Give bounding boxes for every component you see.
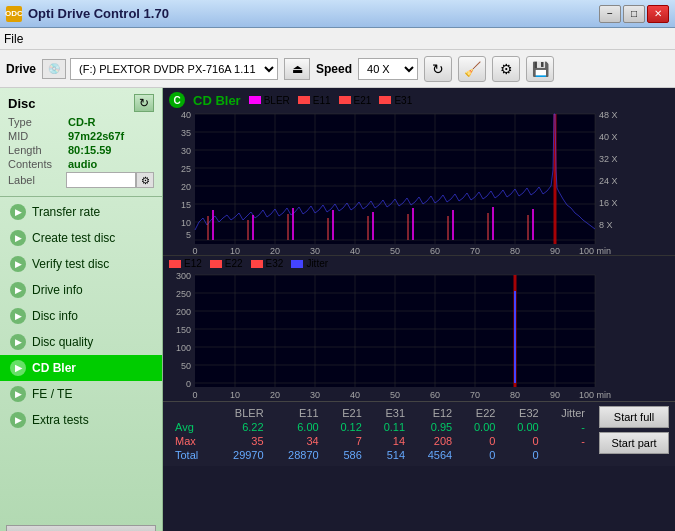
app-icon: ODC (6, 6, 22, 22)
svg-text:100 min: 100 min (579, 390, 611, 400)
drive-label: Drive (6, 62, 36, 76)
legend-e22: E22 (210, 258, 243, 269)
svg-text:50: 50 (390, 246, 400, 255)
disc-label-label: Label (8, 174, 66, 186)
svg-text:80: 80 (510, 390, 520, 400)
max-e32: 0 (501, 434, 544, 448)
verify-test-disc-icon: ▶ (10, 256, 26, 272)
legend-e11: E11 (298, 95, 331, 106)
fe-te-label: FE / TE (32, 387, 72, 401)
speed-select[interactable]: 40 X (358, 58, 418, 80)
maximize-button[interactable]: □ (623, 5, 645, 23)
svg-text:5: 5 (186, 230, 191, 240)
svg-text:15: 15 (181, 200, 191, 210)
svg-text:50: 50 (181, 361, 191, 371)
svg-text:10: 10 (230, 246, 240, 255)
total-e32: 0 (501, 448, 544, 462)
disc-refresh-button[interactable]: ↻ (134, 94, 154, 112)
svg-text:250: 250 (176, 289, 191, 299)
avg-e21: 0.12 (325, 420, 368, 434)
max-e31: 14 (368, 434, 411, 448)
e31-label: E31 (394, 95, 412, 106)
label-icon-button[interactable]: ⚙ (136, 172, 154, 188)
sidebar-item-extra-tests[interactable]: ▶ Extra tests (0, 407, 162, 433)
stats-content: BLER E11 E21 E31 E12 E22 E32 Jitter (169, 406, 591, 462)
svg-text:70: 70 (470, 390, 480, 400)
col-header-e12: E12 (411, 406, 458, 420)
disc-info-icon: ▶ (10, 308, 26, 324)
avg-jitter: - (545, 420, 591, 434)
sidebar-item-verify-test-disc[interactable]: ▶ Verify test disc (0, 251, 162, 277)
sidebar-item-disc-info[interactable]: ▶ Disc info (0, 303, 162, 329)
svg-text:25: 25 (181, 164, 191, 174)
length-value: 80:15.59 (68, 144, 111, 156)
svg-text:70: 70 (470, 246, 480, 255)
e22-label: E22 (225, 258, 243, 269)
drive-select[interactable]: (F:) PLEXTOR DVDR PX-716A 1.11 (70, 58, 278, 80)
svg-text:60: 60 (430, 246, 440, 255)
svg-text:16 X: 16 X (599, 198, 618, 208)
start-full-button[interactable]: Start full (599, 406, 669, 428)
stats-header-row: BLER E11 E21 E31 E12 E22 E32 Jitter (169, 406, 591, 420)
svg-text:40 X: 40 X (599, 132, 618, 142)
legend-jitter: Jitter (291, 258, 328, 269)
sidebar-item-transfer-rate[interactable]: ▶ Transfer rate (0, 199, 162, 225)
svg-text:32 X: 32 X (599, 154, 618, 164)
svg-text:150: 150 (176, 325, 191, 335)
sidebar-item-fe-te[interactable]: ▶ FE / TE (0, 381, 162, 407)
chart1-header: C CD Bler BLER E11 E21 E31 (163, 88, 675, 110)
avg-e22: 0.00 (458, 420, 501, 434)
chart1-area: 40 35 30 25 20 15 10 5 48 X 40 X 32 X 24… (163, 110, 675, 255)
drive-select-group: 💿 (F:) PLEXTOR DVDR PX-716A 1.11 (42, 58, 278, 80)
sidebar-item-disc-quality[interactable]: ▶ Disc quality (0, 329, 162, 355)
legend-bler: BLER (249, 95, 290, 106)
e21-label: E21 (354, 95, 372, 106)
e22-color (210, 260, 222, 268)
max-e21: 7 (325, 434, 368, 448)
disc-label-input[interactable] (66, 172, 136, 188)
svg-text:0: 0 (192, 390, 197, 400)
type-label: Type (8, 116, 68, 128)
svg-text:20: 20 (270, 246, 280, 255)
sidebar-nav: ▶ Transfer rate ▶ Create test disc ▶ Ver… (0, 197, 162, 521)
fe-te-icon: ▶ (10, 386, 26, 402)
max-e11: 34 (270, 434, 325, 448)
total-bler: 29970 (215, 448, 270, 462)
contents-label: Contents (8, 158, 68, 170)
refresh-button[interactable]: ↻ (424, 56, 452, 82)
total-e31: 514 (368, 448, 411, 462)
e31-color (379, 96, 391, 104)
avg-bler: 6.22 (215, 420, 270, 434)
settings-button[interactable]: ⚙ (492, 56, 520, 82)
drive-info-label: Drive info (32, 283, 83, 297)
avg-e12: 0.95 (411, 420, 458, 434)
legend-e12: E12 (169, 258, 202, 269)
avg-e31: 0.11 (368, 420, 411, 434)
e32-label: E32 (266, 258, 284, 269)
max-e12: 208 (411, 434, 458, 448)
sidebar-item-create-test-disc[interactable]: ▶ Create test disc (0, 225, 162, 251)
save-button[interactable]: 💾 (526, 56, 554, 82)
extra-tests-label: Extra tests (32, 413, 89, 427)
sidebar-item-drive-info[interactable]: ▶ Drive info (0, 277, 162, 303)
svg-text:0: 0 (192, 246, 197, 255)
speed-label: Speed (316, 62, 352, 76)
status-window-button[interactable]: Status window >> (6, 525, 156, 531)
chart2-svg: 300 250 200 150 100 50 0 0 10 20 30 40 5… (163, 271, 675, 401)
e21-color (339, 96, 351, 104)
stats-table: BLER E11 E21 E31 E12 E22 E32 Jitter (169, 406, 591, 462)
sidebar-item-cd-bler[interactable]: ▶ CD Bler (0, 355, 162, 381)
clear-button[interactable]: 🧹 (458, 56, 486, 82)
eject-button[interactable]: ⏏ (284, 58, 310, 80)
close-button[interactable]: ✕ (647, 5, 669, 23)
minimize-button[interactable]: − (599, 5, 621, 23)
start-part-button[interactable]: Start part (599, 432, 669, 454)
transfer-rate-icon: ▶ (10, 204, 26, 220)
mid-value: 97m22s67f (68, 130, 124, 142)
disc-quality-icon: ▶ (10, 334, 26, 350)
e12-color (169, 260, 181, 268)
col-header-e22: E22 (458, 406, 501, 420)
drive-info-icon: ▶ (10, 282, 26, 298)
cd-bler-chart-icon: C (169, 92, 185, 108)
total-label: Total (169, 448, 215, 462)
